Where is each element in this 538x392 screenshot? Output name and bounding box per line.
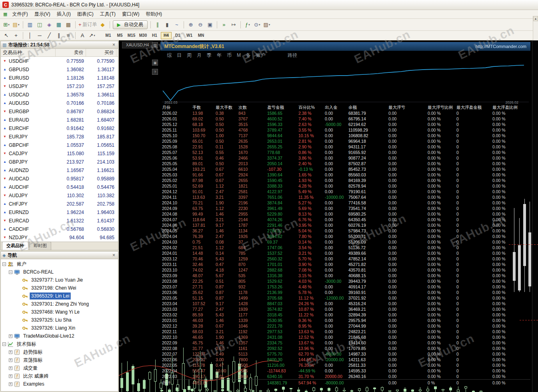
dropdown-caret-icon[interactable]: ▾ [248,23,250,26]
market-watch-row[interactable]: ▲GBPJPY213.927214.103176 [1,158,118,166]
bar-chart-button[interactable]: ∥ [153,21,162,29]
tab-symbols[interactable]: 交易品种 [2,242,28,250]
menu-item[interactable]: 窗口(W) [119,10,142,18]
tree-item[interactable]: 33297377: Luo Yuan Jie [1,276,118,284]
expand-box-icon[interactable]: + [9,358,12,362]
candlestick-chart-button[interactable]: ▮ [163,21,172,29]
market-watch-row[interactable]: ▲CHFJPY202.587202.758171 [1,200,118,208]
chart-shift-button[interactable]: ↦ [229,21,238,29]
market-watch-row[interactable]: ▲GBPCHF1.055371.05651114 [1,141,118,149]
data-window-toggle[interactable]: ◫ [35,21,44,29]
market-watch-row[interactable]: ▼EURGBP0.867870.8682437 [1,107,118,116]
stats-menu-item[interactable]: 备 [246,52,251,59]
dropdown-caret-icon[interactable]: ▾ [94,34,95,37]
tree-item[interactable]: +TradeMaxGlobal-Live12 [1,332,118,340]
timeframe-m5[interactable]: M5 [114,32,125,39]
stats-menu-item[interactable]: 币 [227,52,232,59]
cursor-tool[interactable]: ↖ [2,32,11,40]
stats-menu-item[interactable]: 日 [177,52,182,59]
timeframe-m30[interactable]: M30 [138,32,148,39]
market-watch-row[interactable]: ▼AUDCAD0.958170.9588972 [1,174,118,183]
stats-menu-item[interactable]: 月 [197,52,202,59]
arrows-tool[interactable]: ↗▾ [88,32,96,40]
tree-item[interactable]: −账户 [1,260,118,268]
timeframe-mn[interactable]: MN [196,32,206,39]
new-order-button[interactable]: +新订单 [78,21,98,29]
market-watch-row[interactable]: ▲AUDUSD0.701660.7018620 [1,99,118,107]
stats-settings-button[interactable]: ▣ [152,60,158,66]
tree-item[interactable]: −技术指标 [1,340,118,348]
text-tool[interactable]: A [78,32,87,40]
new-chart-button[interactable]: ⊞▾ [2,21,11,29]
autotrading-button[interactable]: ▶自动交易 [113,20,148,29]
tree-item[interactable]: +比尔 威廉姆 [1,372,118,380]
metaeditor-button[interactable]: ◆ [98,21,107,29]
tree-item[interactable]: +Examples [1,380,118,388]
stats-menu-item[interactable]: 年 [217,52,222,59]
close-icon[interactable]: × [111,252,116,258]
stats-help-button[interactable]: ? [152,69,158,75]
timeframe-d1[interactable]: D1 [172,32,183,39]
market-watch-row[interactable]: ▲GBPUSD1.360821.3611735 [1,65,118,74]
market-watch-row[interactable]: ▲USDCAD1.365781.3661133 [1,90,118,99]
stats-menu-item[interactable]: M [237,52,241,58]
market-watch-row[interactable]: ▲EURAUD1.682811.68407126 [1,116,118,124]
tile-windows-button[interactable]: ▣ [206,21,214,29]
collapse-box-icon[interactable]: − [2,262,6,266]
expand-box-icon[interactable]: + [9,350,12,354]
chart-tab[interactable]: XAUUSD,H4 [122,42,153,48]
profiles-button[interactable]: ▤▾ [12,21,20,29]
terminal-toggle[interactable]: ▦ [54,21,63,29]
tree-item[interactable]: +震荡指标 [1,356,118,364]
expand-box-icon[interactable]: + [9,366,12,370]
horizontal-line-tool[interactable]: ─ [35,32,44,40]
tree-item[interactable]: 33297326: Liang Xin [1,324,118,332]
menu-item[interactable]: 图表(C) [74,10,97,18]
timeframe-m1[interactable]: M1 [103,32,114,39]
menu-item[interactable]: 帮助(H) [142,10,165,18]
collapse-box-icon[interactable]: − [9,270,12,274]
crosshair-tool[interactable]: + [12,32,20,40]
tree-item[interactable]: 33297468: Wang Yi Le [1,308,118,316]
market-watch-row[interactable]: ▼CADJPY115.080115.15979 [1,149,118,158]
menu-item[interactable]: 文件(F) [9,10,31,18]
line-chart-button[interactable]: ~ [172,21,181,29]
tab-tick-chart[interactable]: 即时图 [29,242,51,250]
periods-button[interactable]: ⊙▾ [253,21,262,29]
dropdown-caret-icon[interactable]: ▾ [8,23,10,26]
market-watch-row[interactable]: ▼AUDJPY110.302110.38280 [1,191,118,200]
channel-tool[interactable]: ∥ [54,32,63,40]
zoom-in-button[interactable]: ⊕ [186,21,195,29]
market-watch-row[interactable]: ▲AUDCHF0.544180.5447658 [1,183,118,191]
market-watch-row[interactable]: ▲EURUSD1.181261.1814822 [1,74,118,82]
dropdown-caret-icon[interactable]: ▾ [18,23,20,26]
timeframe-w1[interactable]: W1 [184,32,195,39]
menu-item[interactable]: 显示(V) [31,10,54,18]
market-watch-toggle[interactable]: ▥ [26,21,34,29]
timeframe-h4[interactable]: H4 [161,32,172,39]
stats-menu-item[interactable]: 周 [187,52,192,59]
strategy-tester-toggle[interactable]: ▩ [64,21,73,29]
trendline-tool[interactable]: ╱ [45,32,54,40]
stats-path-button[interactable]: 路径 [288,52,297,59]
navigator-toggle[interactable]: ◈ [45,21,54,29]
vertical-line-tool[interactable]: │ [26,32,34,40]
zoom-out-button[interactable]: ⊖ [196,21,205,29]
timeframe-h1[interactable]: H1 [149,32,160,39]
dropdown-caret-icon[interactable]: ▾ [259,23,260,26]
tree-item[interactable]: 33297301: Zheng Zhi Yong [1,300,118,308]
market-watch-row[interactable]: ▼NZDJPY94.60494.68581 [1,233,118,242]
stats-menu-item[interactable]: 账户 [256,52,266,59]
tree-item[interactable]: +成交量 [1,364,118,372]
market-watch-row[interactable]: ▼EURCAD1.613221.61437115 [1,216,118,225]
menu-item[interactable]: 工具(T) [97,10,119,18]
market-watch-row[interactable]: ▼EURJPY185.728185.81789 [1,132,118,141]
templates-button[interactable]: ▨▾ [262,21,271,29]
tree-item[interactable]: 33297325: Liu Sha [1,316,118,324]
stats-menu-item[interactable]: 季 [207,52,212,59]
stats-minimize-button[interactable]: ▤ [152,42,158,48]
auto-scroll-button[interactable]: » [220,21,228,29]
collapse-box-icon[interactable]: − [2,342,6,346]
expand-box-icon[interactable]: + [9,334,12,338]
expand-box-icon[interactable]: + [9,382,12,386]
